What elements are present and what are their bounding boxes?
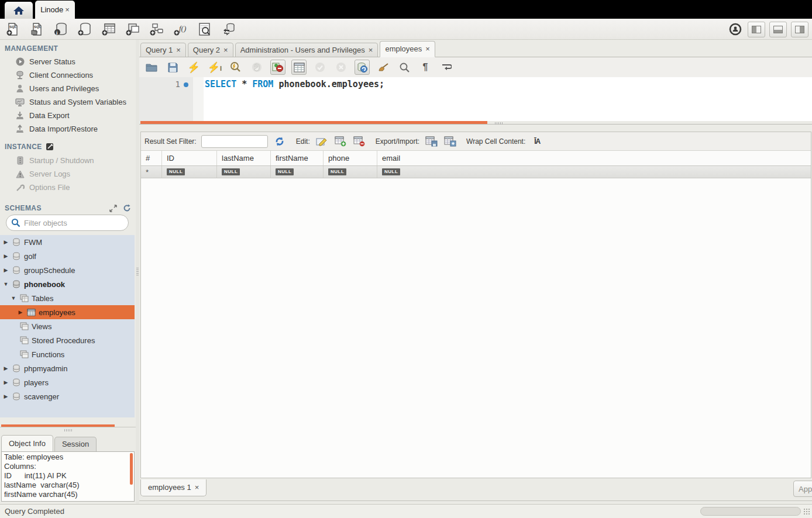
column-header-lastname[interactable]: lastName — [217, 151, 271, 165]
tree-item-schema-scavenger[interactable]: ▶ scavenger — [0, 389, 135, 403]
sidebar-item-server-logs[interactable]: Server Logs — [0, 167, 136, 181]
column-header-firstname[interactable]: firstName — [271, 151, 324, 165]
connection-tab-linode[interactable]: Linode × — [35, 1, 75, 19]
toggle-left-panel-button[interactable] — [748, 22, 765, 37]
chevron-right-icon[interactable]: ▶ — [3, 379, 9, 385]
sidebar-item-startup-shutdown[interactable]: Startup / Shutdown — [0, 154, 136, 167]
close-icon[interactable]: × — [195, 483, 199, 492]
horizontal-scrollbar[interactable] — [700, 507, 801, 516]
row-marker-cell[interactable]: * — [141, 166, 162, 178]
cell-firstname[interactable]: NULL — [271, 166, 324, 178]
create-view-button[interactable] — [125, 21, 141, 37]
close-icon[interactable]: × — [223, 46, 228, 54]
toggle-limit-rows-button[interactable] — [291, 60, 307, 75]
new-sql-editor-button[interactable]: SQL — [5, 21, 21, 37]
explain-plan-button[interactable] — [228, 60, 243, 75]
open-script-button[interactable] — [144, 60, 159, 75]
sidebar-item-users-and-privileges[interactable]: Users and Privileges — [0, 82, 136, 95]
toggle-bottom-panel-button[interactable] — [769, 22, 787, 37]
search-table-data-button[interactable] — [197, 21, 213, 37]
splitter-grip[interactable] — [495, 122, 503, 125]
chevron-right-icon[interactable]: ▶ — [3, 267, 9, 273]
toggle-right-panel-button[interactable] — [791, 22, 808, 37]
create-table-button[interactable] — [101, 21, 117, 37]
tab-employees[interactable]: employees × — [380, 41, 435, 57]
tree-item-stored-procedures-folder[interactable]: Stored Procedures — [0, 333, 135, 347]
create-schema-button[interactable] — [77, 21, 93, 37]
reconnect-dbms-button[interactable] — [221, 21, 237, 37]
apply-button[interactable]: Appl — [793, 481, 812, 497]
tree-item-schema-players[interactable]: ▶ players — [0, 375, 135, 389]
tab-administration-users-privileges[interactable]: Administration - Users and Privileges × — [235, 43, 379, 57]
tab-session[interactable]: Session — [54, 437, 97, 451]
create-procedure-button[interactable] — [149, 21, 165, 37]
sidebar-item-status-system-variables[interactable]: Status and System Variables — [0, 95, 136, 109]
toggle-stop-on-error-button[interactable] — [270, 60, 285, 75]
cell-email[interactable]: NULL — [377, 166, 811, 178]
expand-schemas-icon[interactable] — [108, 203, 118, 213]
splitter-grip[interactable] — [64, 429, 73, 431]
sql-statement[interactable]: SELECT * FROM phonebook.employees; — [205, 79, 384, 89]
commit-button[interactable] — [312, 60, 328, 75]
column-header-rownum[interactable]: # — [141, 151, 162, 165]
tab-object-info[interactable]: Object Info — [1, 435, 53, 451]
open-sql-script-button[interactable]: SQL — [29, 21, 45, 37]
chevron-right-icon[interactable]: ▶ — [18, 309, 23, 315]
refresh-schemas-icon[interactable] — [122, 203, 132, 213]
close-icon[interactable]: × — [369, 46, 373, 54]
tree-item-views-folder[interactable]: Views — [0, 319, 135, 333]
close-icon[interactable]: × — [65, 5, 70, 14]
sidebar-item-client-connections[interactable]: Client Connections — [0, 68, 136, 82]
beautify-sql-button[interactable] — [376, 60, 391, 75]
sidebar-item-server-status[interactable]: Server Status — [0, 55, 136, 68]
execute-query-button[interactable]: ⚡ — [186, 60, 201, 75]
cell-id[interactable]: NULL — [162, 166, 217, 178]
sidebar-item-options-file[interactable]: Options File — [0, 181, 136, 194]
create-function-button[interactable]: f() — [173, 21, 189, 37]
rollback-button[interactable] — [333, 60, 349, 75]
find-button[interactable] — [397, 60, 412, 75]
chevron-right-icon[interactable]: ▶ — [3, 253, 9, 259]
execute-current-statement-button[interactable]: ⚡I — [207, 60, 222, 75]
column-header-email[interactable]: email — [377, 151, 811, 165]
chevron-right-icon[interactable]: ▶ — [3, 365, 9, 371]
toggle-autocommit-button[interactable] — [355, 60, 370, 75]
tab-query-2[interactable]: Query 2 × — [188, 43, 233, 57]
chevron-down-icon[interactable]: ▼ — [3, 281, 9, 287]
schema-inspector-button[interactable]: i — [53, 21, 69, 37]
column-header-phone[interactable]: phone — [324, 151, 377, 165]
toggle-word-wrap-button[interactable] — [439, 60, 454, 75]
sidebar-item-data-import-restore[interactable]: Data Import/Restore — [0, 122, 136, 136]
stop-query-button[interactable] — [249, 60, 264, 75]
edit-cell-button[interactable] — [315, 135, 329, 148]
column-header-id[interactable]: ID — [162, 151, 217, 165]
import-recordset-button[interactable] — [443, 135, 457, 148]
window-resize-grip[interactable] — [803, 508, 811, 516]
chevron-right-icon[interactable]: ▶ — [3, 239, 9, 245]
close-icon[interactable]: × — [425, 44, 430, 53]
schema-filter-input[interactable] — [24, 219, 127, 227]
cell-lastname[interactable]: NULL — [217, 166, 271, 178]
cell-phone[interactable]: NULL — [324, 166, 377, 178]
delete-row-button[interactable] — [352, 135, 366, 148]
close-icon[interactable]: × — [176, 46, 181, 54]
tree-item-tables-folder[interactable]: ▼ Tables — [0, 291, 135, 305]
result-set-filter-input[interactable] — [201, 135, 268, 148]
tree-item-functions-folder[interactable]: Functions — [0, 347, 135, 361]
chevron-right-icon[interactable]: ▶ — [3, 393, 9, 399]
refresh-results-button[interactable] — [273, 135, 287, 148]
tree-item-schema-phonebook[interactable]: ▼ phonebook — [0, 277, 135, 291]
tree-item-schema-phpmyadmin[interactable]: ▶ phpmyadmin — [0, 361, 135, 375]
sql-editor[interactable]: 1 SELECT * FROM phonebook.employees; — [139, 77, 812, 121]
sidebar-item-data-export[interactable]: Data Export — [0, 109, 136, 122]
chevron-down-icon[interactable]: ▼ — [11, 295, 16, 301]
tree-item-schema-groupschedule[interactable]: ▶ groupSchedule — [0, 263, 135, 277]
tab-query-1[interactable]: Query 1 × — [140, 43, 186, 57]
export-recordset-button[interactable] — [424, 135, 438, 148]
show-invisible-characters-button[interactable]: ¶ — [418, 60, 433, 75]
tree-item-schema-fwm[interactable]: ▶ FWM — [0, 235, 135, 249]
home-tab[interactable] — [5, 2, 33, 19]
tree-item-table-employees[interactable]: ▶ employees — [0, 305, 135, 319]
insert-row-button[interactable] — [333, 135, 347, 148]
tab-result-employees-1[interactable]: employees 1 × — [140, 479, 207, 496]
